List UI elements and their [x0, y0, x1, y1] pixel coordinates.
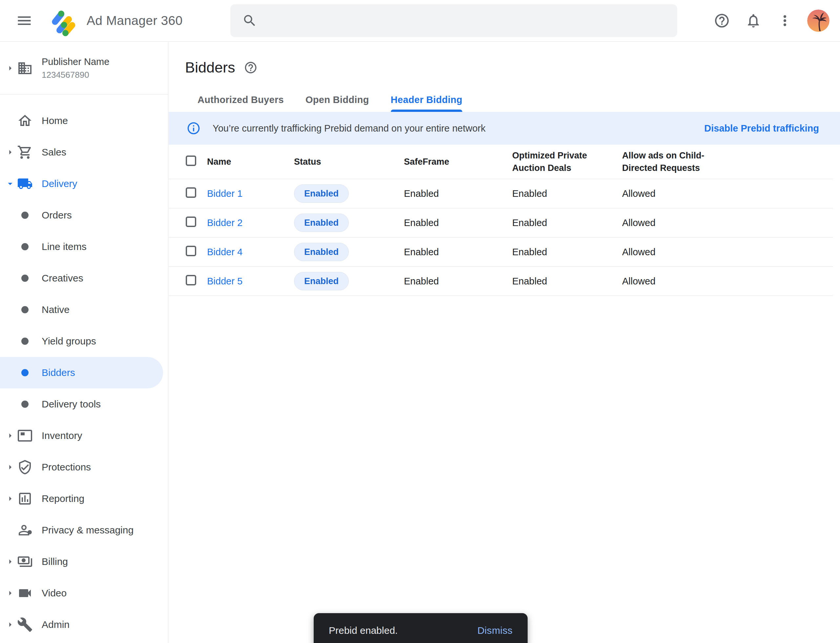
auction-deals-value: Enabled — [512, 276, 622, 287]
app-bar: Ad Manager 360 — [0, 0, 840, 42]
publisher-info: Publisher Name 1234567890 — [42, 56, 109, 80]
bar-chart-icon — [17, 491, 33, 506]
bidder-link[interactable]: Bidder 5 — [207, 276, 294, 287]
bullet-icon — [17, 306, 33, 313]
search-icon — [242, 13, 257, 28]
sidebar-item-video[interactable]: Video — [0, 578, 168, 609]
disable-prebid-trafficking-button[interactable]: Disable Prebid trafficking — [704, 123, 819, 134]
truck-icon — [17, 176, 33, 192]
tab-authorized-buyers[interactable]: Authorized Buyers — [198, 95, 284, 112]
page-header: Bidders — [185, 59, 840, 76]
sidebar-item-line-items[interactable]: Line items — [0, 231, 168, 263]
column-header-safeframe: SafeFrame — [404, 157, 512, 167]
safeframe-value: Enabled — [404, 217, 512, 228]
info-icon — [186, 121, 201, 135]
bullet-icon — [17, 369, 33, 376]
child-directed-value: Allowed — [622, 276, 833, 287]
column-header-status: Status — [294, 157, 404, 167]
product-name: Ad Manager 360 — [87, 13, 183, 28]
sidebar-item-native[interactable]: Native — [0, 294, 168, 325]
notifications-icon[interactable] — [745, 12, 762, 29]
app-bar-actions — [713, 10, 840, 32]
tab-bar: Authorized Buyers Open Bidding Header Bi… — [198, 95, 840, 112]
status-badge: Enabled — [294, 214, 349, 232]
expand-caret-icon — [5, 493, 16, 504]
row-checkbox[interactable] — [186, 246, 196, 256]
expand-caret-icon — [5, 63, 16, 73]
wrench-icon — [17, 617, 33, 633]
select-all-checkbox[interactable] — [186, 155, 196, 166]
bidder-link[interactable]: Bidder 2 — [207, 217, 294, 228]
table-row: Bidder 5 Enabled Enabled Enabled Allowed — [169, 267, 833, 296]
bidder-link[interactable]: Bidder 4 — [207, 247, 294, 258]
row-checkbox[interactable] — [186, 187, 196, 198]
sidebar-item-delivery-tools[interactable]: Delivery tools — [0, 388, 168, 420]
help-icon[interactable] — [713, 12, 731, 29]
safeframe-value: Enabled — [404, 188, 512, 199]
bullet-icon — [17, 274, 33, 282]
bullet-icon — [17, 401, 33, 408]
sidebar-item-sales[interactable]: Sales — [0, 137, 168, 168]
sidebar-item-inventory[interactable]: Inventory — [0, 420, 168, 451]
tab-header-bidding[interactable]: Header Bidding — [391, 95, 462, 112]
sidebar-item-bidders[interactable]: Bidders — [0, 357, 163, 388]
collapse-caret-icon — [5, 178, 16, 189]
toast: Prebid enabled. Dismiss — [314, 613, 528, 643]
sidebar-item-orders[interactable]: Orders — [0, 199, 168, 231]
row-checkbox[interactable] — [186, 217, 196, 227]
sidebar-item-reporting[interactable]: Reporting — [0, 483, 168, 514]
publisher-id: 1234567890 — [42, 70, 109, 80]
building-icon — [17, 60, 33, 76]
page-help-icon[interactable] — [244, 61, 258, 75]
bullet-icon — [17, 212, 33, 219]
inventory-icon — [17, 428, 33, 444]
expand-caret-icon — [5, 431, 16, 441]
status-badge: Enabled — [294, 184, 349, 203]
banner-message: You’re currently trafficking Prebid dema… — [212, 123, 485, 134]
more-vert-icon[interactable] — [776, 12, 793, 29]
publisher-switcher[interactable]: Publisher Name 1234567890 — [0, 42, 168, 95]
auction-deals-value: Enabled — [512, 188, 622, 199]
sidebar-item-creatives[interactable]: Creatives — [0, 263, 168, 294]
child-directed-value: Allowed — [622, 247, 833, 258]
sidebar-item-protections[interactable]: Protections — [0, 451, 168, 483]
page-title: Bidders — [185, 59, 235, 76]
menu-icon[interactable] — [15, 11, 34, 31]
row-checkbox[interactable] — [186, 275, 196, 286]
sidebar-item-delivery[interactable]: Delivery — [0, 168, 168, 199]
expand-caret-icon — [5, 147, 16, 157]
person-badge-icon — [17, 522, 33, 538]
toast-message: Prebid enabled. — [329, 625, 398, 636]
select-all-cell — [186, 155, 207, 168]
tab-open-bidding[interactable]: Open Bidding — [306, 95, 369, 112]
table-row: Bidder 4 Enabled Enabled Enabled Allowed — [169, 238, 833, 267]
sidebar-item-admin[interactable]: Admin — [0, 609, 168, 640]
column-header-auction-deals: Optimized Private Auction Deals — [512, 149, 606, 174]
avatar[interactable] — [807, 10, 830, 32]
search-bar[interactable] — [230, 4, 677, 37]
sidebar: Publisher Name 1234567890 Home Sales — [0, 42, 168, 643]
bidder-link[interactable]: Bidder 1 — [207, 188, 294, 199]
auction-deals-value: Enabled — [512, 217, 622, 228]
status-badge: Enabled — [294, 272, 349, 290]
column-header-child-directed: Allow ads on Child-Directed Requests — [622, 149, 716, 174]
ad-manager-logo — [47, 4, 78, 37]
expand-caret-icon — [5, 619, 16, 630]
auction-deals-value: Enabled — [512, 247, 622, 258]
search-input[interactable] — [257, 4, 677, 37]
videocam-icon — [17, 585, 33, 601]
sidebar-item-yield-groups[interactable]: Yield groups — [0, 325, 168, 357]
sidebar-nav: Home Sales Delivery Orders — [0, 95, 168, 640]
home-icon — [17, 113, 33, 129]
cart-icon — [17, 144, 33, 160]
toast-dismiss-button[interactable]: Dismiss — [477, 625, 513, 636]
bullet-icon — [17, 338, 33, 345]
column-header-name: Name — [207, 157, 294, 167]
prebid-info-banner: You’re currently trafficking Prebid dema… — [169, 112, 840, 145]
sidebar-item-privacy-messaging[interactable]: Privacy & messaging — [0, 514, 168, 546]
sidebar-item-home[interactable]: Home — [0, 105, 168, 137]
child-directed-value: Allowed — [622, 217, 833, 228]
table-row: Bidder 1 Enabled Enabled Enabled Allowed — [169, 179, 833, 208]
sidebar-item-billing[interactable]: Billing — [0, 546, 168, 578]
bidders-table: Name Status SafeFrame Optimized Private … — [169, 145, 833, 296]
